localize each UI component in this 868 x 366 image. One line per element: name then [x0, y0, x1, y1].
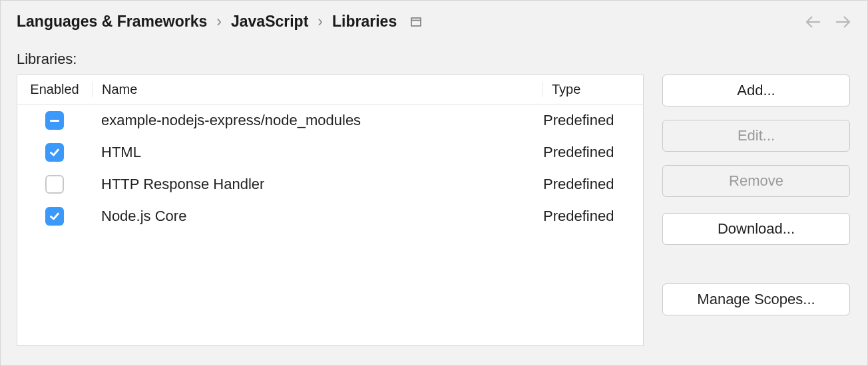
table-row[interactable]: HTMLPredefined [17, 136, 643, 168]
remove-button[interactable]: Remove [662, 165, 850, 197]
libraries-table: Enabled Name Type example-nodejs-express… [17, 75, 644, 346]
svg-rect-0 [411, 18, 421, 26]
table-row[interactable]: Node.js CorePredefined [17, 200, 643, 232]
table-row[interactable]: HTTP Response HandlerPredefined [17, 168, 643, 200]
section-label: Libraries: [17, 51, 644, 68]
library-name: example-nodejs-express/node_modules [92, 112, 542, 129]
breadcrumb-part-3[interactable]: Libraries [332, 13, 397, 31]
breadcrumb-part-1[interactable]: Languages & Frameworks [17, 13, 207, 31]
window-icon[interactable] [410, 17, 422, 27]
chevron-right-icon: › [216, 13, 222, 31]
breadcrumb: Languages & Frameworks › JavaScript › Li… [17, 13, 422, 31]
library-type: Predefined [542, 144, 643, 161]
add-button[interactable]: Add... [662, 75, 850, 106]
library-name: HTML [92, 144, 542, 161]
enabled-checkbox[interactable] [45, 143, 64, 162]
manage-scopes-button[interactable]: Manage Scopes... [662, 283, 850, 315]
back-icon[interactable] [805, 15, 822, 29]
enabled-checkbox[interactable] [45, 207, 64, 226]
col-header-enabled[interactable]: Enabled [17, 82, 92, 97]
breadcrumb-part-2[interactable]: JavaScript [231, 13, 308, 31]
download-button[interactable]: Download... [662, 213, 850, 245]
library-type: Predefined [542, 208, 643, 225]
library-name: HTTP Response Handler [92, 176, 542, 193]
library-type: Predefined [542, 112, 643, 129]
col-header-type[interactable]: Type [542, 82, 643, 97]
edit-button[interactable]: Edit... [662, 120, 850, 152]
table-row[interactable]: example-nodejs-express/node_modulesPrede… [17, 104, 643, 136]
col-header-name[interactable]: Name [92, 82, 542, 97]
library-name: Node.js Core [92, 208, 542, 225]
forward-icon[interactable] [834, 15, 851, 29]
chevron-right-icon: › [318, 13, 323, 31]
library-type: Predefined [542, 176, 643, 193]
enabled-checkbox[interactable] [45, 175, 64, 194]
enabled-checkbox[interactable] [45, 111, 64, 130]
